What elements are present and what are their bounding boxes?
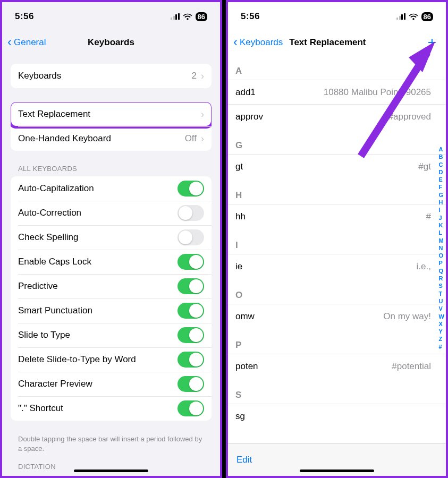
toggle-row[interactable]: Auto-Capitalization xyxy=(11,176,212,201)
shortcut-text: sg xyxy=(235,411,245,422)
index-letter[interactable]: T xyxy=(439,290,444,297)
index-letter[interactable]: K xyxy=(439,221,444,229)
chevron-right-icon: › xyxy=(201,71,204,82)
toggle-switch[interactable] xyxy=(177,229,204,245)
index-letter[interactable]: J xyxy=(439,214,444,221)
replacement-row[interactable]: add110880 Malibu Point, 90265 xyxy=(228,80,446,104)
phrase-text: #approved xyxy=(388,112,431,122)
wifi-icon xyxy=(409,13,418,20)
edit-button[interactable]: Edit xyxy=(236,455,252,465)
toggle-label: Auto-Capitalization xyxy=(18,183,94,194)
toggle-switch[interactable] xyxy=(177,376,204,392)
toggle-switch[interactable] xyxy=(177,205,204,221)
index-letter[interactable]: C xyxy=(439,161,444,168)
toggle-switch[interactable] xyxy=(177,327,204,343)
toggle-label: "." Shortcut xyxy=(18,403,63,414)
toggle-row[interactable]: Smart Punctuation xyxy=(11,298,212,323)
phrase-text: #gt xyxy=(418,161,431,172)
toggle-row[interactable]: Auto-Correction xyxy=(11,201,212,225)
toggle-switch[interactable] xyxy=(177,181,204,197)
replacement-row[interactable]: omwOn my way! xyxy=(228,304,446,328)
chevron-right-icon: › xyxy=(201,109,204,120)
row-label: Keyboards xyxy=(18,71,61,81)
replacement-row[interactable]: poten#potential xyxy=(228,354,446,378)
toggle-label: Predictive xyxy=(18,281,58,292)
replacement-row[interactable]: gt#gt xyxy=(228,154,446,178)
index-letter[interactable]: X xyxy=(439,320,444,328)
battery-indicator: 86 xyxy=(196,12,207,21)
back-button[interactable]: ‹Keyboards xyxy=(228,36,283,49)
home-indicator[interactable] xyxy=(74,470,148,472)
phrase-text: 10880 Malibu Point, 90265 xyxy=(324,87,431,98)
row-one-handed-keyboard[interactable]: One-Handed Keyboard Off › xyxy=(11,126,212,151)
index-letter[interactable]: Q xyxy=(439,267,444,275)
row-keyboards[interactable]: Keyboards 2 › xyxy=(11,64,212,88)
replacement-row[interactable]: hh# xyxy=(228,204,446,228)
home-indicator[interactable] xyxy=(300,470,374,472)
shortcut-text: approv xyxy=(235,112,263,122)
section-header: P xyxy=(228,328,446,354)
group-keyboards: Keyboards 2 › xyxy=(11,64,212,88)
toggle-row[interactable]: "." Shortcut xyxy=(11,396,212,421)
replacement-row[interactable]: approv#approved xyxy=(228,104,446,129)
index-letter[interactable]: A xyxy=(439,146,444,153)
toggle-label: Enable Caps Lock xyxy=(18,257,91,267)
battery-indicator: 86 xyxy=(421,12,433,21)
index-letter[interactable]: O xyxy=(439,252,444,259)
index-letter[interactable]: E xyxy=(439,176,444,183)
row-value: 2 xyxy=(192,71,197,81)
toggle-switch[interactable] xyxy=(177,278,204,294)
index-letter[interactable]: V xyxy=(439,305,444,312)
shortcut-text: ie xyxy=(235,261,242,272)
toggle-row[interactable]: Delete Slide-to-Type by Word xyxy=(11,347,212,372)
toggle-row[interactable]: Character Preview xyxy=(11,372,212,396)
replacement-row[interactable]: sg xyxy=(228,404,446,428)
shortcut-text: hh xyxy=(235,211,246,222)
status-time: 5:56 xyxy=(241,11,260,22)
shortcut-text: omw xyxy=(235,311,255,322)
index-letter[interactable]: G xyxy=(439,191,444,199)
index-letter[interactable]: Z xyxy=(439,335,444,343)
section-header: H xyxy=(228,178,446,204)
phrase-text: #potential xyxy=(392,361,431,372)
index-letter[interactable]: N xyxy=(439,244,444,252)
chevron-left-icon: ‹ xyxy=(233,36,238,48)
index-letter[interactable]: R xyxy=(439,275,444,282)
toggle-label: Delete Slide-to-Type by Word xyxy=(18,354,136,365)
section-header: S xyxy=(228,378,446,404)
section-header: O xyxy=(228,278,446,304)
toggle-switch[interactable] xyxy=(177,303,204,319)
toggle-switch[interactable] xyxy=(177,254,204,270)
index-letter[interactable]: U xyxy=(439,297,444,305)
index-letter[interactable]: # xyxy=(439,343,444,351)
toggle-row[interactable]: Check Spelling xyxy=(11,225,212,250)
toggle-row[interactable]: Predictive xyxy=(11,274,212,298)
shortcut-text: add1 xyxy=(235,87,256,98)
toggle-label: Slide to Type xyxy=(18,330,70,340)
group-all-keyboards-toggles: Auto-CapitalizationAuto-CorrectionCheck … xyxy=(11,176,212,421)
index-letter[interactable]: L xyxy=(439,229,444,236)
row-value: Off xyxy=(185,133,197,144)
index-letter[interactable]: S xyxy=(439,282,444,289)
replacement-row[interactable]: iei.e., xyxy=(228,254,446,278)
index-letter[interactable]: B xyxy=(439,153,444,160)
alphabet-index[interactable]: ABCDEFGHIJKLMNOPQRSTUVWXYZ# xyxy=(439,146,444,351)
toggle-row[interactable]: Enable Caps Lock xyxy=(11,250,212,274)
toggle-switch[interactable] xyxy=(177,400,204,416)
index-letter[interactable]: I xyxy=(439,206,444,214)
row-text-replacement[interactable]: Text Replacement › xyxy=(11,102,212,126)
shortcut-text: poten xyxy=(235,361,258,372)
back-button[interactable]: ‹General xyxy=(2,36,46,49)
toggle-switch[interactable] xyxy=(177,352,204,368)
index-letter[interactable]: W xyxy=(439,313,444,320)
index-letter[interactable]: Y xyxy=(439,328,444,335)
index-letter[interactable]: F xyxy=(439,183,444,191)
index-letter[interactable]: P xyxy=(439,259,444,267)
toggle-row[interactable]: Slide to Type xyxy=(11,323,212,347)
footer-note: Double tapping the space bar will insert… xyxy=(18,434,204,453)
toggle-label: Character Preview xyxy=(18,379,92,389)
index-letter[interactable]: M xyxy=(439,237,444,244)
index-letter[interactable]: H xyxy=(439,199,444,206)
add-button[interactable]: + xyxy=(428,35,446,50)
index-letter[interactable]: D xyxy=(439,168,444,176)
